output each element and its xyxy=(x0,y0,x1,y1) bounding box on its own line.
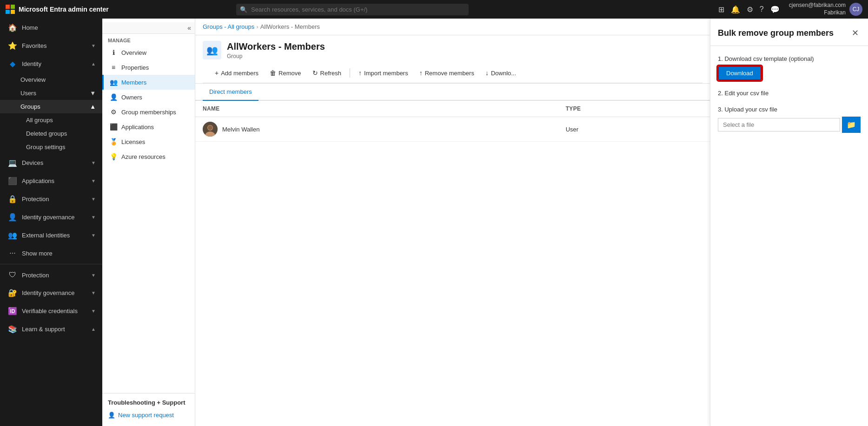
search-wrap: 🔍 xyxy=(236,4,469,15)
chevron-down-icon: ▼ xyxy=(91,160,96,165)
sec-nav-label-overview: Overview xyxy=(121,49,146,56)
sec-nav-item-owners[interactable]: 👤 Owners xyxy=(102,90,195,105)
sec-nav-item-azure-resources[interactable]: 💡 Azure resources xyxy=(102,149,195,164)
nav-sub-item-group-settings[interactable]: Group settings xyxy=(0,140,102,154)
step-3-text: Upload your csv file xyxy=(724,106,777,113)
new-support-link[interactable]: 👤 New support request xyxy=(108,410,189,420)
sec-nav-item-licenses[interactable]: 🏅 Licenses xyxy=(102,134,195,149)
nav-item-identity[interactable]: ◆ Identity ▲ xyxy=(0,55,102,73)
svg-rect-0 xyxy=(6,5,10,9)
chevron-down-icon: ▼ xyxy=(91,308,96,314)
sec-nav-item-overview[interactable]: ℹ Overview xyxy=(102,45,195,60)
settings-icon[interactable]: ⚙ xyxy=(747,5,753,14)
sec-nav-item-applications[interactable]: ⬛ Applications xyxy=(102,119,195,134)
nav-item-protection[interactable]: 🔒 Protection ▼ xyxy=(0,190,102,208)
topbar-user[interactable]: cjensen@fabrikan.com Fabrikan CJ xyxy=(789,2,862,16)
folder-icon: 📁 xyxy=(847,121,856,129)
devices-icon: 💻 xyxy=(8,158,17,167)
download-label: Downlo... xyxy=(491,70,516,77)
right-panel-header: Bulk remove group members ✕ xyxy=(710,19,868,46)
sec-nav-item-group-memberships[interactable]: ⚙ Group memberships xyxy=(102,105,195,119)
feedback-icon[interactable]: 💬 xyxy=(770,5,780,14)
verifiable-credentials-icon: 🆔 xyxy=(8,307,17,315)
help-icon[interactable]: ? xyxy=(760,5,764,13)
step-1-label: 1. Download csv template (optional) xyxy=(718,55,861,62)
brand-label: Microsoft Entra admin center xyxy=(19,6,109,13)
nav-label-identity-governance: Identity governance xyxy=(22,214,86,221)
nav-sub-item-all-groups[interactable]: All groups xyxy=(0,113,102,127)
chevron-down-icon: ▼ xyxy=(91,215,96,220)
download-button[interactable]: ↓ Downlo... xyxy=(481,67,521,79)
chevron-down-icon: ▼ xyxy=(91,233,96,238)
secondary-nav-collapse[interactable]: « xyxy=(102,22,195,34)
nav-item-identity-governance-b[interactable]: 🔐 Identity governance ▼ xyxy=(0,284,102,302)
breadcrumb-current: AllWorkers - Members xyxy=(260,23,320,30)
add-members-label: Add members xyxy=(221,70,258,77)
remote-desktop-icon[interactable]: ⊞ xyxy=(718,5,724,14)
right-panel: Bulk remove group members ✕ 1. Download … xyxy=(710,19,868,426)
import-members-button[interactable]: ↑ Import members xyxy=(354,67,413,79)
nav-label-deleted-groups: Deleted groups xyxy=(26,130,67,137)
nav-sub-item-overview[interactable]: Overview xyxy=(0,73,102,86)
nav-item-verifiable-credentials[interactable]: 🆔 Verifiable credentials ▼ xyxy=(0,302,102,320)
nav-item-devices[interactable]: 💻 Devices ▼ xyxy=(0,154,102,172)
bell-icon[interactable]: 🔔 xyxy=(731,5,740,14)
user-email: cjensen@fabrikan.com xyxy=(789,2,846,9)
import-icon: ↑ xyxy=(358,69,362,77)
add-members-button[interactable]: + Add members xyxy=(210,67,263,79)
owners-icon: 👤 xyxy=(109,93,118,101)
nav-label-group-settings: Group settings xyxy=(26,144,66,151)
nav-item-show-more[interactable]: ··· Show more xyxy=(0,244,102,262)
toolbar-separator xyxy=(350,68,350,78)
right-panel-close-button[interactable]: ✕ xyxy=(850,26,861,40)
refresh-button[interactable]: ↻ Refresh xyxy=(308,67,346,79)
sec-nav-footer-title: Troubleshooting + Support xyxy=(108,399,189,406)
nav-label-home: Home xyxy=(22,24,96,31)
file-select-input[interactable] xyxy=(718,118,840,131)
nav-sub-item-deleted-groups[interactable]: Deleted groups xyxy=(0,127,102,140)
svg-rect-3 xyxy=(11,10,15,14)
step-1-number: 1. xyxy=(718,55,723,62)
download-csv-button[interactable]: Download xyxy=(718,66,762,80)
nav-item-identity-governance[interactable]: 👤 Identity governance ▼ xyxy=(0,208,102,226)
step-3: 3. Upload your csv file 📁 xyxy=(718,106,861,133)
refresh-label: Refresh xyxy=(320,70,342,77)
table-row[interactable]: Melvin Wallen User xyxy=(195,117,710,142)
nav-label-devices: Devices xyxy=(22,159,86,166)
nav-sub-item-groups[interactable]: Groups ▲ xyxy=(0,100,102,113)
file-browse-button[interactable]: 📁 xyxy=(842,117,861,133)
tab-direct-members[interactable]: Direct members xyxy=(203,84,258,101)
sec-nav-item-members[interactable]: 👥 Members xyxy=(102,75,195,90)
chevron-down-icon: ▼ xyxy=(91,178,96,184)
favorites-icon: ⭐ xyxy=(8,41,17,50)
nav-item-applications[interactable]: ⬛ Applications ▼ xyxy=(0,172,102,190)
breadcrumb-groups[interactable]: Groups - All groups xyxy=(203,23,254,30)
nav-item-external-identities[interactable]: 👥 External Identities ▼ xyxy=(0,226,102,244)
collapse-icon: « xyxy=(187,24,191,32)
azure-resources-icon: 💡 xyxy=(109,153,118,160)
nav-item-learn-support[interactable]: 📚 Learn & support ▲ xyxy=(0,320,102,338)
members-table: NAME TYPE xyxy=(195,101,710,142)
remove-members-button[interactable]: ↑ Remove members xyxy=(415,67,479,79)
nav-item-home[interactable]: 🏠 Home xyxy=(0,19,102,37)
overview-icon: ℹ xyxy=(109,49,118,56)
properties-icon: ≡ xyxy=(109,64,118,71)
step-3-number: 3. xyxy=(718,106,723,113)
nav-sub-item-users[interactable]: Users ▼ xyxy=(0,86,102,100)
learn-support-icon: 📚 xyxy=(8,325,17,334)
search-input[interactable] xyxy=(236,4,469,15)
nav-item-protection-b[interactable]: 🛡 Protection ▼ xyxy=(0,266,102,284)
refresh-icon: ↻ xyxy=(312,69,318,77)
nav-label-applications: Applications xyxy=(22,177,86,184)
nav-label-external-identities: External Identities xyxy=(22,232,86,239)
sec-nav-item-properties[interactable]: ≡ Properties xyxy=(102,60,195,75)
chevron-up-icon: ▲ xyxy=(90,103,96,110)
avatar[interactable]: CJ xyxy=(849,3,862,16)
topbar-icons: ⊞ 🔔 ⚙ ? 💬 xyxy=(718,5,780,14)
nav-item-favorites[interactable]: ⭐ Favorites ▼ xyxy=(0,37,102,55)
new-support-icon: 👤 xyxy=(108,412,115,419)
user-org: Fabrikan xyxy=(789,9,846,17)
ms-logo-icon xyxy=(6,5,15,14)
remove-button[interactable]: 🗑 Remove xyxy=(265,67,305,79)
step-1-text: Download csv template (optional) xyxy=(724,55,814,62)
